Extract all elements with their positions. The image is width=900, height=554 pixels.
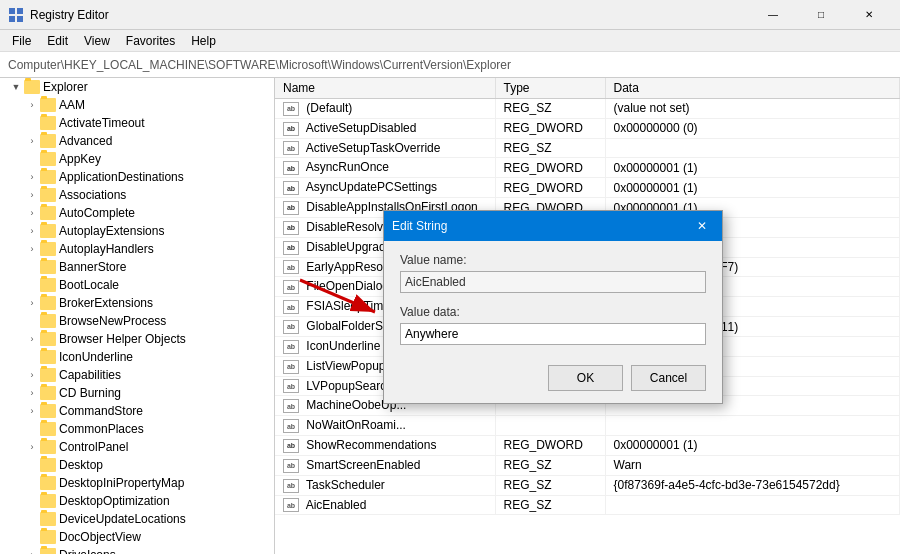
tree-label: IconUnderline bbox=[59, 350, 133, 364]
tree-item-controlpanel[interactable]: › ControlPanel bbox=[0, 438, 274, 456]
value-data-input[interactable] bbox=[400, 323, 706, 345]
tree-toggle[interactable]: › bbox=[24, 367, 40, 383]
tree-item-autocomplete[interactable]: › AutoComplete bbox=[0, 204, 274, 222]
table-row[interactable]: ab ActiveSetupTaskOverride REG_SZ bbox=[275, 138, 900, 158]
tree-toggle[interactable]: › bbox=[24, 295, 40, 311]
table-row[interactable]: ab NoWaitOnRoami... bbox=[275, 416, 900, 436]
tree-label: BootLocale bbox=[59, 278, 119, 292]
svg-rect-0 bbox=[9, 8, 15, 14]
tree-item-autoplayhandlers[interactable]: › AutoplayHandlers bbox=[0, 240, 274, 258]
tree-item-iconunderline[interactable]: IconUnderline bbox=[0, 348, 274, 366]
menu-help[interactable]: Help bbox=[183, 32, 224, 50]
cancel-button[interactable]: Cancel bbox=[631, 365, 706, 391]
reg-type-icon: ab bbox=[283, 320, 299, 334]
table-row[interactable]: ab (Default) REG_SZ (value not set) bbox=[275, 99, 900, 119]
tree-label: ApplicationDestinations bbox=[59, 170, 184, 184]
value-name-input[interactable] bbox=[400, 271, 706, 293]
tree-item-desktopoptimization[interactable]: DesktopOptimization bbox=[0, 492, 274, 510]
app-icon bbox=[8, 7, 24, 23]
row-type: REG_DWORD bbox=[495, 158, 605, 178]
tree-label: BrowseNewProcess bbox=[59, 314, 166, 328]
tree-item-bannerstore[interactable]: BannerStore bbox=[0, 258, 274, 276]
folder-icon bbox=[40, 458, 56, 472]
tree-item-deviceupdatelocations[interactable]: DeviceUpdateLocations bbox=[0, 510, 274, 528]
tree-toggle[interactable]: › bbox=[24, 547, 40, 554]
maximize-button[interactable]: □ bbox=[798, 0, 844, 30]
reg-type-icon: ab bbox=[283, 201, 299, 215]
tree-label: AutoplayHandlers bbox=[59, 242, 154, 256]
tree-item-commonplaces[interactable]: CommonPlaces bbox=[0, 420, 274, 438]
table-row[interactable]: ab SmartScreenEnabled REG_SZ Warn bbox=[275, 455, 900, 475]
address-bar: Computer\HKEY_LOCAL_MACHINE\SOFTWARE\Mic… bbox=[0, 52, 900, 78]
row-type: REG_SZ bbox=[495, 455, 605, 475]
folder-icon bbox=[40, 530, 56, 544]
menu-file[interactable]: File bbox=[4, 32, 39, 50]
tree-item-applicationdestinations[interactable]: › ApplicationDestinations bbox=[0, 168, 274, 186]
tree-item-desktop[interactable]: Desktop bbox=[0, 456, 274, 474]
tree-toggle[interactable]: › bbox=[24, 403, 40, 419]
row-name: ab AsyncUpdatePCSettings bbox=[275, 178, 495, 198]
address-path: Computer\HKEY_LOCAL_MACHINE\SOFTWARE\Mic… bbox=[8, 58, 511, 72]
folder-icon bbox=[40, 404, 56, 418]
tree-item-aam[interactable]: › AAM bbox=[0, 96, 274, 114]
tree-item-browsenewprocess[interactable]: BrowseNewProcess bbox=[0, 312, 274, 330]
tree-item-associations[interactable]: › Associations bbox=[0, 186, 274, 204]
tree-toggle[interactable]: › bbox=[24, 385, 40, 401]
minimize-button[interactable]: — bbox=[750, 0, 796, 30]
tree-item-commandstore[interactable]: › CommandStore bbox=[0, 402, 274, 420]
tree-toggle[interactable]: ▼ bbox=[8, 79, 24, 95]
tree-toggle[interactable]: › bbox=[24, 439, 40, 455]
row-name: ab AicEnabled bbox=[275, 495, 495, 515]
tree-item-driveicons[interactable]: › DriveIcons bbox=[0, 546, 274, 554]
tree-item-docobjectview[interactable]: DocObjectView bbox=[0, 528, 274, 546]
title-bar-left: Registry Editor bbox=[8, 7, 109, 23]
table-row[interactable]: ab AsyncUpdatePCSettings REG_DWORD 0x000… bbox=[275, 178, 900, 198]
tree-toggle[interactable]: › bbox=[24, 169, 40, 185]
table-row[interactable]: ab ShowRecommendations REG_DWORD 0x00000… bbox=[275, 436, 900, 456]
table-row[interactable]: ab ActiveSetupDisabled REG_DWORD 0x00000… bbox=[275, 118, 900, 138]
tree-toggle[interactable]: › bbox=[24, 187, 40, 203]
table-row[interactable]: ab TaskScheduler REG_SZ {0f87369f-a4e5-4… bbox=[275, 475, 900, 495]
row-data bbox=[605, 138, 900, 158]
tree-item-appkey[interactable]: AppKey bbox=[0, 150, 274, 168]
tree-toggle[interactable]: › bbox=[24, 97, 40, 113]
menu-favorites[interactable]: Favorites bbox=[118, 32, 183, 50]
reg-type-icon: ab bbox=[283, 102, 299, 116]
menu-edit[interactable]: Edit bbox=[39, 32, 76, 50]
ok-button[interactable]: OK bbox=[548, 365, 623, 391]
tree-toggle[interactable]: › bbox=[24, 223, 40, 239]
folder-icon bbox=[40, 368, 56, 382]
tree-item-activatetimeout[interactable]: ActivateTimeout bbox=[0, 114, 274, 132]
row-data: 0x00000001 (1) bbox=[605, 436, 900, 456]
tree-item-bootlocale[interactable]: BootLocale bbox=[0, 276, 274, 294]
tree-toggle[interactable]: › bbox=[24, 205, 40, 221]
tree-item-autoplayextensions[interactable]: › AutoplayExtensions bbox=[0, 222, 274, 240]
tree-toggle bbox=[24, 259, 40, 275]
row-type: REG_DWORD bbox=[495, 178, 605, 198]
row-data: 0x00000001 (1) bbox=[605, 178, 900, 198]
tree-item-browserhelperobjects[interactable]: › Browser Helper Objects bbox=[0, 330, 274, 348]
tree-label: CommandStore bbox=[59, 404, 143, 418]
close-button[interactable]: ✕ bbox=[846, 0, 892, 30]
table-row[interactable]: ab AicEnabled REG_SZ bbox=[275, 495, 900, 515]
tree-toggle bbox=[24, 529, 40, 545]
tree-item-capabilities[interactable]: › Capabilities bbox=[0, 366, 274, 384]
row-type: REG_DWORD bbox=[495, 118, 605, 138]
window-controls: — □ ✕ bbox=[750, 0, 892, 30]
tree-item-brokerextensions[interactable]: › BrokerExtensions bbox=[0, 294, 274, 312]
tree-toggle[interactable]: › bbox=[24, 331, 40, 347]
table-row[interactable]: ab AsyncRunOnce REG_DWORD 0x00000001 (1) bbox=[275, 158, 900, 178]
tree-item-advanced[interactable]: › Advanced bbox=[0, 132, 274, 150]
tree-toggle[interactable]: › bbox=[24, 241, 40, 257]
tree-item-cdburning[interactable]: › CD Burning bbox=[0, 384, 274, 402]
reg-type-icon: ab bbox=[283, 340, 299, 354]
tree-toggle[interactable]: › bbox=[24, 133, 40, 149]
menu-view[interactable]: View bbox=[76, 32, 118, 50]
registry-tree[interactable]: ▼ Explorer › AAM ActivateTimeout › Advan… bbox=[0, 78, 275, 554]
reg-type-icon: ab bbox=[283, 181, 299, 195]
dialog-close-button[interactable]: ✕ bbox=[690, 214, 714, 238]
tree-item-explorer[interactable]: ▼ Explorer bbox=[0, 78, 274, 96]
row-type: REG_SZ bbox=[495, 495, 605, 515]
row-name: ab (Default) bbox=[275, 99, 495, 119]
tree-item-desktopinipropertymap[interactable]: DesktopIniPropertyMap bbox=[0, 474, 274, 492]
